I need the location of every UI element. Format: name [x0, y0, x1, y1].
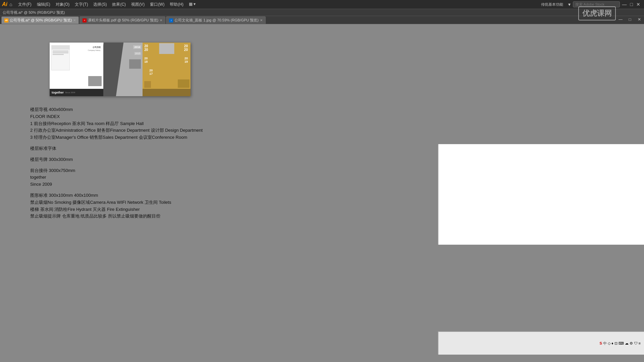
menu-extra[interactable]: ▦ ▾ [186, 1, 198, 8]
tab-ai-close[interactable]: ✕ [73, 18, 76, 22]
note-text: 禁止吸烟提示牌 仓库重地 纸质品比较多 所以禁止吸烟要做的醒目些 [30, 213, 203, 220]
ai-logo: Ai [2, 1, 7, 7]
floor-sign-block: 楼层号牌 300x300mm [30, 156, 203, 163]
floor-guide-label: 楼层导视 400x600mm [30, 106, 203, 113]
reception-block: 前台接待 3000x750mm together Since 2009 [30, 167, 203, 188]
window-minimize-btn[interactable]: — [621, 2, 628, 7]
together-text-preview: together [52, 91, 64, 94]
menu-file[interactable]: 文件(F) [15, 1, 34, 8]
menu-right: 传统基本功能 ▾ — □ ✕ [541, 0, 644, 9]
text-content-area: 楼层导视 400x600mm FLOOR INDEX 1 前台接待Recepti… [30, 106, 203, 224]
tab-pdf-close[interactable]: ✕ [160, 18, 162, 22]
floor-3-text: 3 经理办公室Manager's Office 销售部Sales Departm… [30, 134, 203, 141]
menu-view[interactable]: 视图(V) [128, 1, 147, 8]
tab-jpg-document[interactable]: J 公司文化墙_面板 1.jpg @ 70.59% (RGB/GPU 预览) ✕ [166, 16, 266, 24]
window-close-btn[interactable]: ✕ [635, 2, 641, 7]
tab-ai-label: 公司导视.ai* @ 50% (RGB/GPU 预览) [10, 18, 72, 23]
home-icon[interactable]: ⌂ [9, 2, 12, 7]
year-2020-top: 2020 [144, 44, 148, 52]
floor-guide-block: 楼层导视 400x600mm FLOOR INDEX 1 前台接待Recepti… [30, 106, 203, 141]
sogou-icon[interactable]: S [600, 341, 602, 345]
prohibit-smoking-text: 禁止吸烟No Smoking 摄像区域Camera Area WIFI Netw… [30, 199, 203, 206]
tab-pdf-document[interactable]: P 课程片头模板.pdf @ 50% (RGB/GPU 预览) ✕ [79, 16, 165, 24]
design-preview: 公司历程 Company history together Since 2008… [50, 43, 191, 96]
year-2016: 2016 [133, 45, 141, 49]
adobe-stock-search[interactable] [573, 1, 620, 7]
sound-icon[interactable]: ♦ [611, 341, 613, 345]
menu-window[interactable]: 窗口(W) [147, 1, 167, 8]
tab-jpg-close[interactable]: ✕ [260, 18, 263, 22]
battery-icon[interactable]: ⊡ [614, 341, 618, 346]
more-icon[interactable]: ≡ [639, 341, 641, 345]
keyboard-icon[interactable]: ⌨ [619, 341, 624, 346]
menu-select[interactable]: 选择(S) [91, 1, 109, 8]
menu-help[interactable]: 帮助(H) [167, 1, 186, 8]
settings-icon[interactable]: ⚙ [630, 341, 633, 346]
floor-index-label: FLOOR INDEX [30, 113, 203, 120]
dropdown-icon[interactable]: ▾ [567, 2, 572, 7]
floor-font-block: 楼层标准字体 [30, 145, 203, 152]
together-label: together [30, 174, 203, 181]
traditional-func-label: 传统基本功能 [541, 2, 563, 7]
timeline-design: 公司历程 Company history together Since 2008… [50, 43, 191, 96]
tab-ai-document[interactable]: Ai 公司导视.ai* @ 50% (RGB/GPU 预览) ✕ [1, 16, 79, 24]
menu-items: 文件(F) 编辑(E) 对象(O) 文字(T) 选择(S) 效果(C) 视图(V… [15, 1, 198, 8]
minimize-btn[interactable]: — [616, 16, 625, 23]
reception-label: 前台接待 3000x750mm [30, 167, 203, 174]
restore-btn[interactable]: □ [625, 16, 635, 23]
floor-items-text: 楼梯 茶水间 消防栓Fire Hydrant 灭火器 Fire Extingui… [30, 206, 203, 213]
input-method-icon[interactable]: 中 [603, 341, 607, 346]
window-controls: — □ ✕ [616, 16, 644, 23]
right-panel-bottom: S 中 ◇ ♦ ⊡ ⌨ ☁ ⚙ 🛡 ≡ [438, 331, 644, 355]
floor-font-label: 楼层标准字体 [30, 145, 203, 152]
menu-text[interactable]: 文字(T) [72, 1, 91, 8]
floor-1-text: 1 前台接待Reception 茶水间 Tea room 样品厅 Sample … [30, 120, 203, 127]
menu-edit[interactable]: 编辑(E) [34, 1, 53, 8]
document-title: 公司导视.ai* @ 50% (RGB/GPU 预览) [3, 10, 65, 15]
year-2019: 2019 [184, 57, 188, 63]
floor-sign-label: 楼层号牌 300x300mm [30, 156, 203, 163]
year-2015: 2015 [134, 52, 142, 55]
graphic-standard-label: 图形标准 300x100mm 400x100mm [30, 192, 203, 199]
company-history-en: Company history [88, 49, 101, 51]
pdf-file-icon: P [83, 18, 87, 22]
since-text-preview: Since 2008 [65, 92, 75, 94]
year-2018: 2018 [144, 57, 148, 63]
year-2020-right: 2020 [184, 44, 188, 52]
wifi-icon[interactable]: ◇ [608, 341, 610, 346]
system-tray: S 中 ◇ ♦ ⊡ ⌨ ☁ ⚙ 🛡 ≡ [600, 341, 641, 346]
document-tab-bar: Ai 公司导视.ai* @ 50% (RGB/GPU 预览) ✕ P 课程片头模… [0, 16, 644, 24]
company-history-cn: 公司历程 [93, 46, 101, 49]
close-btn[interactable]: ✕ [635, 16, 644, 23]
cloud-icon[interactable]: ☁ [625, 341, 629, 346]
window-maximize-btn[interactable]: □ [629, 2, 634, 7]
menu-bar: Ai ⌂ 文件(F) 编辑(E) 对象(O) 文字(T) 选择(S) 效果(C)… [0, 0, 644, 9]
tab-pdf-label: 课程片头模板.pdf @ 50% (RGB/GPU 预览) [88, 18, 158, 23]
menu-object[interactable]: 对象(O) [53, 1, 72, 8]
menu-effects[interactable]: 效果(C) [109, 1, 128, 8]
graphic-standard-block: 图形标准 300x100mm 400x100mm 禁止吸烟No Smoking … [30, 192, 203, 220]
right-panel-top [438, 144, 644, 245]
ai-file-icon: Ai [4, 18, 8, 22]
floor-2-text: 2 行政办公室Administration Office 财务部Finance … [30, 127, 203, 134]
tab-jpg-label: 公司文化墙_面板 1.jpg @ 70.59% (RGB/GPU 预览) [174, 18, 259, 23]
year-2017: 2017 [149, 69, 153, 75]
title-bar: 公司导视.ai* @ 50% (RGB/GPU 预览) — □ ✕ [0, 9, 644, 16]
jpg-file-icon: J [169, 18, 173, 22]
since-label: Since 2009 [30, 181, 203, 188]
security-icon[interactable]: 🛡 [634, 341, 638, 345]
canvas-area[interactable]: 公司历程 Company history together Since 2008… [0, 24, 644, 355]
